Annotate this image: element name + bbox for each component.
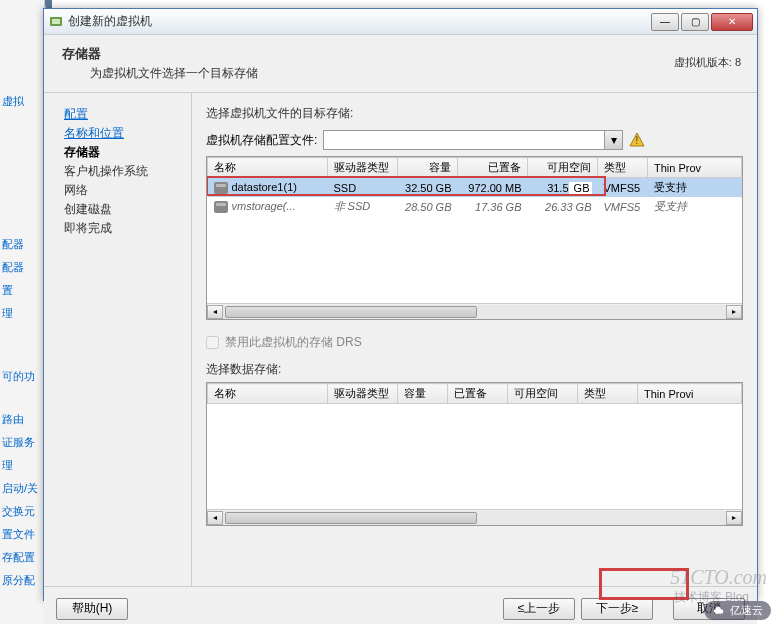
disable-drs-label: 禁用此虚拟机的存储 DRS [225, 334, 362, 351]
maximize-button[interactable]: ▢ [681, 13, 709, 31]
bg-item[interactable]: 启动/关 [0, 477, 44, 500]
col-thin[interactable]: Thin Prov [648, 158, 742, 178]
datastore-row[interactable]: vmstorage(... 非 SSD 28.50 GB 17.36 GB 26… [208, 197, 742, 216]
header-subtitle: 为虚拟机文件选择一个目标存储 [62, 65, 739, 82]
step-ready: 即将完成 [64, 219, 183, 238]
bg-item[interactable]: 路由 [0, 408, 44, 431]
wizard-header: 存储器 为虚拟机文件选择一个目标存储 [44, 35, 757, 92]
scroll-thumb[interactable] [225, 512, 477, 524]
bg-item[interactable]: 可的功 [0, 365, 44, 388]
cancel-button[interactable]: 取消 [673, 598, 745, 620]
horizontal-scrollbar[interactable]: ◂ ▸ [207, 509, 742, 525]
wizard-steps-sidebar: 配置 名称和位置 存储器 客户机操作系统 网络 创建磁盘 即将完成 [44, 93, 192, 586]
bg-item[interactable]: 配器 [0, 256, 44, 279]
scroll-thumb[interactable] [225, 306, 477, 318]
step-guest-os: 客户机操作系统 [64, 162, 183, 181]
col-capacity: 容量 [398, 384, 448, 404]
titlebar[interactable]: 创建新的虚拟机 — ▢ ✕ [44, 9, 757, 35]
step-create-disk: 创建磁盘 [64, 200, 183, 219]
storage-profile-combo[interactable]: ▾ [323, 130, 623, 150]
create-vm-dialog: 创建新的虚拟机 — ▢ ✕ 存储器 为虚拟机文件选择一个目标存储 虚拟机版本: … [43, 8, 758, 601]
col-free: 可用空间 [508, 384, 578, 404]
scroll-left-button[interactable]: ◂ [207, 305, 223, 319]
bg-item[interactable]: 存配置 [0, 546, 44, 569]
step-name-location[interactable]: 名称和位置 [64, 124, 183, 143]
bg-item[interactable]: 理 [0, 302, 44, 325]
datastore-table-2: 名称 驱动器类型 容量 已置备 可用空间 类型 Thin Provi ◂ ▸ [206, 382, 743, 526]
svg-text:!: ! [636, 135, 639, 146]
datastore-table[interactable]: 名称 驱动器类型 容量 已置备 可用空间 类型 Thin Prov datast… [206, 156, 743, 320]
col-drive-type[interactable]: 驱动器类型 [328, 158, 398, 178]
minimize-button[interactable]: — [651, 13, 679, 31]
bg-tab: 虚拟 [0, 90, 44, 113]
col-provisioned[interactable]: 已置备 [458, 158, 528, 178]
col-name[interactable]: 名称 [208, 158, 328, 178]
col-provisioned: 已置备 [448, 384, 508, 404]
header-title: 存储器 [62, 45, 739, 63]
vm-version-label: 虚拟机版本: 8 [674, 55, 741, 70]
col-name: 名称 [208, 384, 328, 404]
col-thin: Thin Provi [638, 384, 742, 404]
select-datastore-label: 选择数据存储: [206, 361, 743, 378]
wizard-footer: 帮助(H) ≤上一步 下一步≥ 取消 [44, 586, 757, 624]
col-free[interactable]: 可用空间 [528, 158, 598, 178]
col-type[interactable]: 类型 [598, 158, 648, 178]
step-storage: 存储器 [64, 143, 183, 162]
wizard-main-panel: 选择虚拟机文件的目标存储: 虚拟机存储配置文件: ▾ ! 名称 驱动器类型 容量… [192, 93, 757, 586]
select-storage-label: 选择虚拟机文件的目标存储: [206, 105, 743, 122]
scroll-right-button[interactable]: ▸ [726, 305, 742, 319]
col-type: 类型 [578, 384, 638, 404]
step-network: 网络 [64, 181, 183, 200]
chevron-down-icon[interactable]: ▾ [604, 131, 622, 149]
datastore-icon [214, 182, 228, 194]
step-config[interactable]: 配置 [64, 105, 183, 124]
back-button[interactable]: ≤上一步 [503, 598, 575, 620]
bg-item[interactable]: 证服务 [0, 431, 44, 454]
datastore-icon [214, 201, 228, 213]
scroll-right-button[interactable]: ▸ [726, 511, 742, 525]
scroll-left-button[interactable]: ◂ [207, 511, 223, 525]
bg-item[interactable]: 配器 [0, 233, 44, 256]
disable-drs-checkbox [206, 336, 219, 349]
col-capacity[interactable]: 容量 [398, 158, 458, 178]
bg-item[interactable]: 交换元 [0, 500, 44, 523]
next-button[interactable]: 下一步≥ [581, 598, 653, 620]
bg-item[interactable]: 原分配 [0, 569, 44, 592]
storage-profile-label: 虚拟机存储配置文件: [206, 132, 317, 149]
col-drive-type: 驱动器类型 [328, 384, 398, 404]
horizontal-scrollbar[interactable]: ◂ ▸ [207, 303, 742, 319]
close-button[interactable]: ✕ [711, 13, 753, 31]
svg-rect-1 [52, 19, 60, 24]
help-button[interactable]: 帮助(H) [56, 598, 128, 620]
warning-icon: ! [629, 132, 645, 148]
bg-item[interactable]: 理 [0, 454, 44, 477]
bg-sidebar: 虚拟 配器 配器 置 理 可的功 路由 证服务 理 启动/关 交换元 置文件 存… [0, 0, 45, 624]
bg-item[interactable]: 置 [0, 279, 44, 302]
dialog-title: 创建新的虚拟机 [68, 13, 651, 30]
vm-icon [48, 14, 64, 30]
datastore-row[interactable]: datastore1(1) SSD 32.50 GB 972.00 MB 31.… [208, 178, 742, 198]
bg-item[interactable]: 置文件 [0, 523, 44, 546]
